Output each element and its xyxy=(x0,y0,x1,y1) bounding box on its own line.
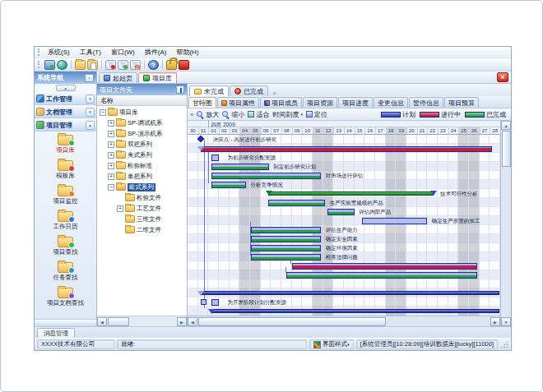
scrollbar-thumb[interactable] xyxy=(108,317,129,326)
zoom-in-button[interactable]: 放大 xyxy=(197,110,219,119)
tab-project-budget[interactable]: 项目预算 xyxy=(444,97,479,108)
tab-project-progress[interactable]: 项目进度 xyxy=(338,97,373,108)
gantt-bar-evaluate-internal-product[interactable] xyxy=(327,209,355,215)
collapse-expander-icon[interactable]: − xyxy=(108,184,114,191)
sidebar-bottom-group-sliver[interactable] xyxy=(35,320,96,326)
sidebar-item-task-search[interactable]: 任务查找 xyxy=(35,262,96,288)
tab-project-members[interactable]: 项目成员 xyxy=(260,97,302,108)
sidebar-item-project-library[interactable]: 项目库 xyxy=(35,135,96,160)
scroll-left-button[interactable]: ◀ xyxy=(97,317,107,326)
zoom-out-button[interactable]: 缩小 xyxy=(222,110,244,119)
expand-expander-icon[interactable]: + xyxy=(108,120,114,127)
sidebar-item-work-calendar[interactable]: 工作日历 xyxy=(35,211,96,237)
gantt-bar-make-initial-research-plan[interactable] xyxy=(211,164,269,170)
sidebar-options-button[interactable]: ▫ xyxy=(85,74,94,82)
menu-window[interactable]: 窗口(W) xyxy=(106,47,140,58)
sidebar-group-document[interactable]: 文档管理 ▾ xyxy=(35,105,96,118)
scroll-right-button[interactable]: ▶ xyxy=(177,317,187,326)
gantt-bar-produce-lab-scale-product[interactable] xyxy=(268,200,326,206)
tree-node-inspection-files[interactable]: 检验文件 xyxy=(97,192,187,203)
gantt-bar-completed-long-task[interactable] xyxy=(286,272,477,279)
gantt-bar-assign-initial-research-resources[interactable] xyxy=(211,154,219,161)
drag-handle[interactable] xyxy=(38,48,40,56)
tree-node-inspection-standards[interactable]: + 检验标准 xyxy=(97,160,187,171)
gantt-bar-evaluate-market[interactable] xyxy=(211,173,321,179)
mail-at-icon[interactable] xyxy=(130,60,141,70)
gantt-bar-determine-safety-factors[interactable] xyxy=(251,236,321,242)
mail-alert-icon[interactable] xyxy=(105,60,116,70)
pin-icon[interactable] xyxy=(176,85,184,94)
menu-tools[interactable]: 工具(T) xyxy=(75,47,106,58)
workspace-icon[interactable] xyxy=(44,60,55,70)
tree-node-2d-files[interactable]: 二维文件 xyxy=(97,224,187,235)
gantt-bar-inprogress-long-task[interactable] xyxy=(292,263,477,270)
gantt-bar-phase-summary-inprogress[interactable] xyxy=(201,146,491,152)
tab-project-properties[interactable]: 项目属性 xyxy=(217,97,259,108)
gantt-bar-analyze-competition[interactable] xyxy=(211,182,246,188)
gantt-bar-tech-feasibility-summary[interactable] xyxy=(268,191,434,196)
tab-pause-info[interactable]: 暂停信息 xyxy=(409,97,443,108)
tree-node-process-files[interactable]: + 工艺文件 xyxy=(97,203,187,214)
gantt-horizontal-scrollbar[interactable]: ◀ ▶ xyxy=(188,316,500,326)
gantt-bar-determine-environment-factors[interactable] xyxy=(251,245,321,251)
help-icon[interactable]: ? xyxy=(148,60,159,70)
tree-node-3d-files[interactable]: 三维文件 xyxy=(97,214,187,224)
tab-overflow-chevron-icon[interactable]: » xyxy=(272,92,277,95)
expand-expander-icon[interactable]: + xyxy=(108,163,114,169)
gantt-chart-body[interactable]: 决策点 - 高层进行初步研究为初步研究分配资源制定初步研究计划对市场进行评估分析… xyxy=(188,135,500,316)
tree-node-american-series[interactable]: + 美式系列 xyxy=(97,150,187,160)
mail-read-icon[interactable] xyxy=(118,60,128,70)
collapse-button[interactable]: ▴ xyxy=(56,85,76,91)
tree-node-sp-demo-series[interactable]: + SP-演示机系 xyxy=(97,128,187,139)
folder-document-icon[interactable] xyxy=(87,60,98,70)
close-tab-button[interactable]: × xyxy=(497,72,508,82)
sidebar-item-project-search[interactable]: 项目查找 xyxy=(35,237,96,262)
group-dropdown-button[interactable]: ▾ xyxy=(86,108,95,117)
group-dropdown-button[interactable]: ▾ xyxy=(86,95,95,104)
menu-system[interactable]: 系统(S) xyxy=(43,47,75,58)
tree-column-header[interactable]: 名称 xyxy=(97,95,187,106)
tab-project-library[interactable]: 项目库 xyxy=(138,72,177,83)
tree-horizontal-scrollbar[interactable]: ◀ ▶ xyxy=(97,316,187,326)
collapse-expander-icon[interactable]: − xyxy=(100,109,106,116)
scroll-down-button[interactable]: ▼ xyxy=(501,317,511,326)
tree-node-sp-debug-series[interactable]: + SP-调试机系 xyxy=(97,118,187,128)
gantt-bar-check-legal-issues[interactable] xyxy=(251,254,321,261)
group-dropdown-button[interactable]: ▴ xyxy=(86,121,95,130)
gantt-bar-assign-development-plan-resources[interactable] xyxy=(211,299,219,306)
tab-start-page[interactable]: 起始页 xyxy=(99,72,137,83)
gantt-bar-determine-required-processing[interactable] xyxy=(362,218,428,224)
menu-plugins[interactable]: 插件(A) xyxy=(140,47,172,58)
fit-button[interactable]: 适合 xyxy=(248,110,269,119)
sidebar-group-project[interactable]: 项目管理 ▴ xyxy=(35,118,96,131)
sidebar-item-project-document-search[interactable]: 项目文档查找 xyxy=(35,288,96,313)
sidebar-item-project-monitor[interactable]: 项目监控 xyxy=(35,186,96,211)
expand-expander-icon[interactable]: + xyxy=(117,205,123,212)
gantt-bar-development-plan-summary[interactable] xyxy=(211,309,499,313)
tab-project-resources[interactable]: 项目资源 xyxy=(303,97,337,108)
drag-handle[interactable] xyxy=(38,61,40,68)
scrollbar-thumb[interactable] xyxy=(502,131,511,167)
open-folder-icon[interactable] xyxy=(75,60,86,70)
tab-change-info[interactable]: 变更信息 xyxy=(374,97,408,108)
locate-button[interactable]: 定位 xyxy=(306,110,327,119)
gantt-vertical-scrollbar[interactable]: ▲ ▼ xyxy=(500,121,511,326)
globe-icon[interactable] xyxy=(57,60,67,70)
tab-message-management[interactable]: 消息管理 xyxy=(37,328,75,338)
tab-finished[interactable]: 已完成 xyxy=(230,85,268,96)
gantt-bar-evaluate-production-capacity[interactable] xyxy=(251,227,321,233)
tree-node-single-handle-series[interactable]: + 单把系列 xyxy=(97,171,187,182)
scroll-up-button[interactable]: ▲ xyxy=(501,121,511,130)
tab-unfinished[interactable]: 未完成 xyxy=(189,85,229,96)
time-scale-dropdown[interactable]: 时间刻度 ▾ xyxy=(272,110,303,119)
tree-node-european-series[interactable]: − 欧式系列 xyxy=(97,182,187,192)
scroll-left-button[interactable]: ◀ xyxy=(188,317,197,326)
gantt-bar-development-phase-summary[interactable] xyxy=(201,291,499,295)
expand-expander-icon[interactable]: + xyxy=(108,131,114,137)
scrollbar-thumb[interactable] xyxy=(198,317,386,326)
resize-grip[interactable] xyxy=(500,340,508,348)
scroll-right-button[interactable]: ▶ xyxy=(490,317,500,326)
expand-expander-icon[interactable]: + xyxy=(108,173,114,180)
toolbar-overflow-chevron-icon[interactable]: » xyxy=(190,111,193,118)
tree-node-double-handle-series[interactable]: + 双把系列 xyxy=(97,139,187,150)
